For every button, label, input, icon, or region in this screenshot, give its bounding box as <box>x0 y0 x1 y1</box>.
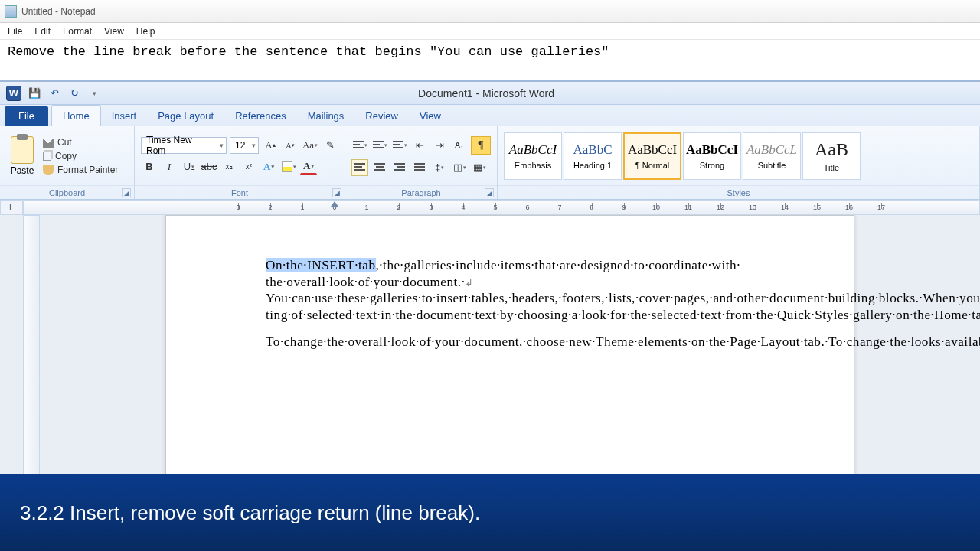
align-left-button[interactable] <box>351 159 368 176</box>
tab-insert[interactable]: Insert <box>101 106 148 126</box>
horizontal-ruler[interactable]: 32101234567891011121314151617 <box>23 200 980 215</box>
font-launcher-icon[interactable]: ◢ <box>332 188 341 197</box>
highlight-color-icon[interactable] <box>280 158 297 175</box>
ribbon: Paste Cut Copy Format Painter Clipboard◢… <box>0 126 980 200</box>
clear-formatting-icon[interactable]: ✎ <box>322 137 338 154</box>
tab-view[interactable]: View <box>409 106 452 126</box>
font-name-combo[interactable]: Times New Rom <box>141 137 227 154</box>
style-emph[interactable]: AaBbCcIEmphasis <box>504 132 562 180</box>
paragraph-launcher-icon[interactable]: ◢ <box>485 188 494 197</box>
clipboard-icon <box>11 136 34 164</box>
increase-indent-icon[interactable]: ⇥ <box>431 137 448 154</box>
style-normal[interactable]: AaBbCcI¶ Normal <box>623 132 681 180</box>
shrink-font-icon[interactable]: A▾ <box>282 137 299 154</box>
shading-icon[interactable]: ◫ <box>451 159 468 176</box>
italic-button[interactable]: I <box>161 158 178 175</box>
tab-references[interactable]: References <box>224 106 296 126</box>
copy-button[interactable]: Copy <box>43 151 118 161</box>
strikethrough-button[interactable]: abc <box>201 158 217 175</box>
style-sub[interactable]: AaBbCcLSubtitle <box>743 132 801 180</box>
group-clipboard: Paste Cut Copy Format Painter Clipboard◢ <box>0 126 135 199</box>
styles-group-label: Styles <box>727 188 750 197</box>
redo-icon[interactable]: ↻ <box>67 86 81 100</box>
borders-icon[interactable]: ▦ <box>471 159 488 176</box>
save-icon[interactable]: 💾 <box>28 86 41 100</box>
underline-button[interactable]: U <box>181 158 198 175</box>
scissors-icon <box>43 137 54 148</box>
copy-icon <box>43 152 51 161</box>
clipboard-group-label: Clipboard <box>49 188 85 197</box>
sort-icon[interactable]: A↓ <box>451 137 468 154</box>
tab-mailings[interactable]: Mailings <box>297 106 355 126</box>
font-size-combo[interactable]: 12 <box>230 137 259 154</box>
group-paragraph: ⇤ ⇥ A↓ ¶ ‡ ◫ ▦ Paragr <box>345 126 498 199</box>
notepad-menubar: File Edit Format View Help <box>0 23 980 40</box>
notepad-content: Remove the line break before the sentenc… <box>8 44 609 59</box>
paste-label: Paste <box>11 165 34 176</box>
tab-file[interactable]: File <box>5 106 48 126</box>
show-hide-pilcrow-button[interactable]: ¶ <box>471 136 491 155</box>
numbering-icon[interactable] <box>371 137 388 154</box>
text-effects-icon[interactable]: A <box>260 158 277 175</box>
tab-home[interactable]: Home <box>51 105 101 126</box>
group-styles: AaBbCcIEmphasisAaBbCHeading 1AaBbCcI¶ No… <box>498 126 980 199</box>
paste-button[interactable]: Paste <box>6 136 38 176</box>
line-spacing-icon[interactable]: ‡ <box>431 159 448 176</box>
font-group-label: Font <box>231 188 248 197</box>
undo-icon[interactable]: ↶ <box>47 86 61 100</box>
word-app-icon[interactable]: W <box>6 86 21 101</box>
grow-font-icon[interactable]: A▴ <box>262 137 279 154</box>
vertical-ruler[interactable] <box>23 215 40 477</box>
notepad-titlebar: Untitled - Notepad <box>0 0 980 23</box>
paragraph-group-label: Paragraph <box>401 188 440 197</box>
soft-return-mark: ↲ <box>465 277 474 289</box>
notepad-menu-view[interactable]: View <box>104 26 124 37</box>
selected-text[interactable]: On·the·INSERT·tab <box>266 258 376 272</box>
styles-gallery[interactable]: AaBbCcIEmphasisAaBbCHeading 1AaBbCcI¶ No… <box>504 132 861 180</box>
bold-button[interactable]: B <box>141 158 158 175</box>
paragraph-2[interactable]: To·change·the·overall·look·of·your·docum… <box>266 334 754 350</box>
notepad-title-text: Untitled - Notepad <box>21 6 96 17</box>
caption-bar: 3.2.2 Insert, remove soft carriage retur… <box>0 474 980 551</box>
notepad-menu-file[interactable]: File <box>8 26 22 37</box>
clipboard-launcher-icon[interactable]: ◢ <box>122 188 131 197</box>
subscript-button[interactable]: x₂ <box>220 158 237 175</box>
notepad-textarea[interactable]: Remove the line break before the sentenc… <box>0 40 980 80</box>
group-font: Times New Rom 12 A▴ A▾ Aa ✎ B I U abc x₂… <box>135 126 345 199</box>
word-titlebar: W 💾 ↶ ↻ ▾ Document1 - Microsoft Word <box>0 82 980 105</box>
font-color-icon[interactable]: A <box>300 158 317 175</box>
cut-button[interactable]: Cut <box>43 137 118 148</box>
tab-page-layout[interactable]: Page Layout <box>147 106 224 126</box>
decrease-indent-icon[interactable]: ⇤ <box>411 137 428 154</box>
format-painter-button[interactable]: Format Painter <box>43 165 118 175</box>
caption-text: 3.2.2 Insert, remove soft carriage retur… <box>20 501 480 525</box>
change-case-icon[interactable]: Aa <box>302 137 318 154</box>
tab-review[interactable]: Review <box>354 106 409 126</box>
style-title[interactable]: AaBTitle <box>802 132 861 180</box>
notepad-menu-edit[interactable]: Edit <box>34 26 51 37</box>
document-area[interactable]: On·the·INSERT·tab,·the·galleries·include… <box>40 215 980 477</box>
ribbon-tabs: File Home Insert Page Layout References … <box>0 105 980 126</box>
superscript-button[interactable]: x² <box>240 158 257 175</box>
notepad-menu-help[interactable]: Help <box>136 26 155 37</box>
brush-icon <box>43 165 54 175</box>
style-strong[interactable]: AaBbCcIStrong <box>683 132 741 180</box>
qat-dropdown-icon[interactable]: ▾ <box>87 86 101 100</box>
multilevel-list-icon[interactable] <box>391 137 408 154</box>
word-window: W 💾 ↶ ↻ ▾ Document1 - Microsoft Word Fil… <box>0 80 980 477</box>
notepad-icon <box>5 5 17 18</box>
tab-selector[interactable]: L <box>0 200 23 215</box>
quick-access-toolbar: W 💾 ↶ ↻ ▾ <box>0 86 107 101</box>
document-page[interactable]: On·the·INSERT·tab,·the·galleries·include… <box>165 215 854 477</box>
align-center-button[interactable] <box>371 159 388 176</box>
bullets-icon[interactable] <box>351 137 368 154</box>
paragraph-1[interactable]: On·the·INSERT·tab,·the·galleries·include… <box>266 257 754 323</box>
align-right-button[interactable] <box>391 159 408 176</box>
justify-button[interactable] <box>411 159 428 176</box>
style-h1[interactable]: AaBbCHeading 1 <box>564 132 622 180</box>
notepad-menu-format[interactable]: Format <box>63 26 92 37</box>
word-title-text: Document1 - Microsoft Word <box>107 87 865 99</box>
